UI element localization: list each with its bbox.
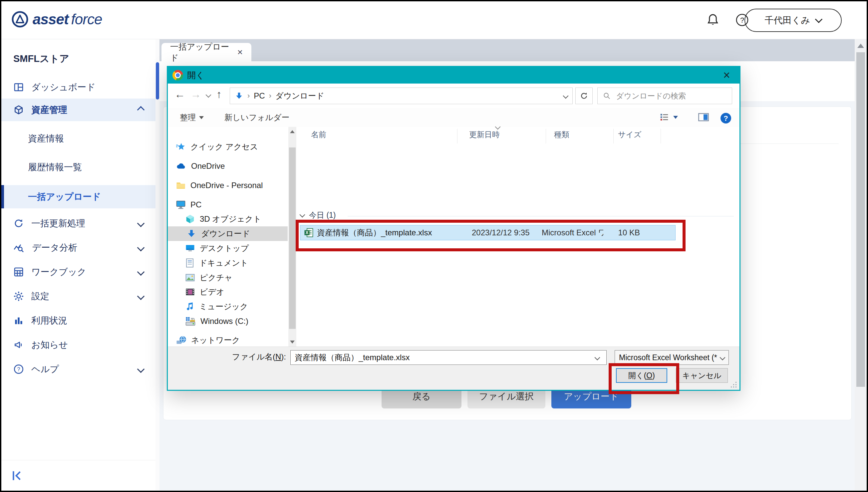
collapse-sidebar-icon[interactable] bbox=[11, 469, 24, 482]
file-size: 10 KB bbox=[603, 228, 640, 237]
file-type: Microsoft Excel ワ... bbox=[542, 227, 603, 238]
page-scrollbar-thumb[interactable] bbox=[857, 52, 865, 387]
tree-item-network[interactable]: ネットワーク bbox=[176, 333, 240, 347]
column-separator[interactable] bbox=[613, 129, 614, 144]
chevron-down-icon bbox=[137, 366, 145, 373]
address-dropdown-chevron-icon[interactable] bbox=[563, 93, 569, 99]
new-folder-button[interactable]: 新しいフォルダー bbox=[224, 112, 289, 123]
tree-item-videos[interactable]: ビデオ bbox=[185, 285, 224, 299]
tree-scrollbar-thumb[interactable] bbox=[289, 147, 296, 329]
refresh-icon bbox=[579, 91, 589, 101]
nav-history-chevron-icon[interactable] bbox=[206, 92, 212, 98]
dialog-titlebar[interactable]: 開く bbox=[168, 67, 740, 83]
tree-item-3d-objects[interactable]: 3D オブジェクト bbox=[185, 212, 262, 226]
breadcrumb-separator: › bbox=[247, 92, 250, 100]
column-header-size[interactable]: サイズ bbox=[618, 129, 642, 140]
assetforce-logo-icon bbox=[11, 11, 29, 28]
sidebar-item-data-analysis[interactable]: データ分析 bbox=[1, 237, 155, 259]
tab-close-icon[interactable]: × bbox=[238, 47, 243, 57]
tree-item-desktop[interactable]: デスクトップ bbox=[185, 241, 249, 256]
column-separator[interactable] bbox=[546, 129, 546, 144]
column-header-modified[interactable]: 更新日時 bbox=[469, 129, 500, 140]
chevron-down-icon bbox=[137, 293, 145, 300]
column-separator[interactable] bbox=[457, 129, 457, 144]
page-scrollbar[interactable] bbox=[855, 39, 867, 491]
breadcrumb-pc[interactable]: PC bbox=[254, 91, 265, 101]
view-dropdown-triangle-icon bbox=[673, 116, 678, 119]
breadcrumb-downloads[interactable]: ダウンロード bbox=[275, 91, 324, 101]
refresh-button[interactable] bbox=[575, 88, 593, 104]
nav-forward-icon[interactable]: → bbox=[191, 88, 201, 101]
dialog-body: クイック アクセス OneDrive OneDrive - Personal P… bbox=[168, 127, 740, 347]
tree-item-pc[interactable]: PC bbox=[176, 197, 201, 212]
dialog-help-button[interactable]: ? bbox=[720, 112, 732, 124]
tree-scrollbar[interactable] bbox=[288, 127, 296, 347]
sidebar-item-history-list[interactable]: 履歴情報一覧 bbox=[1, 156, 155, 178]
search-box[interactable] bbox=[597, 88, 732, 104]
tree-item-pictures[interactable]: ピクチャ bbox=[185, 270, 232, 285]
sidebar-item-usage[interactable]: 利用状況 bbox=[1, 310, 155, 331]
bar-chart-icon bbox=[13, 315, 24, 326]
tree-item-label: OneDrive - Personal bbox=[191, 181, 263, 190]
sidebar-item-asset-management[interactable]: 資産管理 bbox=[1, 99, 155, 121]
help-icon: ? bbox=[720, 112, 732, 124]
nav-back-icon[interactable]: ← bbox=[174, 88, 185, 101]
filetype-dropdown[interactable]: Microsoft Excel Worksheet (*.xl bbox=[615, 350, 729, 365]
scroll-up-arrow-icon[interactable] bbox=[857, 44, 864, 48]
tree-item-windows-c[interactable]: Windows (C:) bbox=[185, 314, 248, 328]
sidebar-item-label: 資産管理 bbox=[31, 104, 67, 116]
organize-menu-button[interactable]: 整理 bbox=[180, 112, 204, 123]
tree-scroll-down-icon[interactable] bbox=[290, 341, 295, 344]
tree-item-label: ミュージック bbox=[199, 301, 248, 312]
view-options-button[interactable] bbox=[659, 112, 678, 122]
sidebar: SMFLストア ダッシュボード 資産管理 資産情報 履歴情報一覧 一括アップロー… bbox=[1, 39, 155, 491]
sidebar-scrollbar-thumb[interactable] bbox=[156, 62, 159, 100]
sidebar-item-bulk-upload[interactable]: 一括アップロード bbox=[1, 185, 155, 208]
sidebar-item-settings[interactable]: 設定 bbox=[1, 285, 155, 307]
preview-pane-icon bbox=[698, 112, 709, 122]
sidebar-scrollbar[interactable] bbox=[155, 39, 159, 491]
tree-item-documents[interactable]: ドキュメント bbox=[185, 256, 248, 270]
tree-item-downloads[interactable]: ダウンロード bbox=[168, 226, 288, 241]
network-globe-icon bbox=[176, 336, 187, 345]
cancel-button[interactable]: キャンセル bbox=[676, 368, 728, 383]
open-button[interactable]: 開く(O) bbox=[616, 368, 667, 383]
filename-label: ファイル名(N): bbox=[168, 351, 286, 362]
column-header-type[interactable]: 種類 bbox=[554, 129, 569, 140]
folder-icon bbox=[176, 181, 186, 190]
column-separator[interactable] bbox=[661, 129, 661, 144]
search-input[interactable] bbox=[615, 91, 726, 101]
sidebar-item-dashboard[interactable]: ダッシュボード bbox=[1, 76, 155, 98]
address-bar[interactable]: › PC › ダウンロード bbox=[230, 88, 573, 104]
tree-item-music[interactable]: ミュージック bbox=[185, 299, 248, 314]
resize-grip-icon[interactable] bbox=[730, 381, 738, 389]
gear-icon bbox=[13, 291, 24, 302]
file-row-selected[interactable]: X 資産情報（商品）_template.xlsx 2023/12/12 9:35… bbox=[300, 225, 675, 240]
svg-text:?: ? bbox=[723, 114, 728, 123]
tab-label: 一括アップロード bbox=[170, 41, 238, 63]
tree-item-quick-access[interactable]: クイック アクセス bbox=[176, 140, 258, 154]
notifications-bell-icon[interactable] bbox=[705, 13, 720, 27]
group-header-today[interactable]: 今日 (1) bbox=[300, 210, 336, 220]
tab-bulk-upload[interactable]: 一括アップロード × bbox=[162, 43, 251, 61]
tree-item-onedrive-personal[interactable]: OneDrive - Personal bbox=[176, 178, 263, 193]
preview-pane-button[interactable] bbox=[698, 112, 709, 122]
cancel-button-label: キャンセル bbox=[682, 370, 721, 381]
package-icon bbox=[13, 104, 24, 115]
app-header: assetforce ? 千代田くみ bbox=[1, 1, 867, 39]
tree-scroll-up-icon[interactable] bbox=[290, 130, 295, 133]
sidebar-item-help[interactable]: ? ヘルプ bbox=[1, 358, 155, 380]
filetype-chevron-icon bbox=[720, 355, 725, 361]
tree-item-label: Windows (C:) bbox=[200, 317, 248, 326]
nav-up-icon[interactable]: ↑ bbox=[217, 88, 222, 101]
user-menu-button[interactable]: 千代田くみ bbox=[744, 9, 842, 32]
sidebar-item-bulk-update[interactable]: 一括更新処理 bbox=[1, 213, 155, 235]
sidebar-item-asset-info[interactable]: 資産情報 bbox=[1, 127, 155, 149]
chevron-down-icon bbox=[137, 244, 145, 252]
sidebar-item-notice[interactable]: お知らせ bbox=[1, 334, 155, 356]
column-header-name[interactable]: 名前 bbox=[311, 129, 326, 140]
tree-item-onedrive[interactable]: OneDrive bbox=[176, 159, 225, 173]
sidebar-item-workbook[interactable]: ワークブック bbox=[1, 261, 155, 283]
filename-input[interactable] bbox=[290, 350, 606, 365]
dialog-close-icon[interactable]: × bbox=[723, 68, 730, 83]
